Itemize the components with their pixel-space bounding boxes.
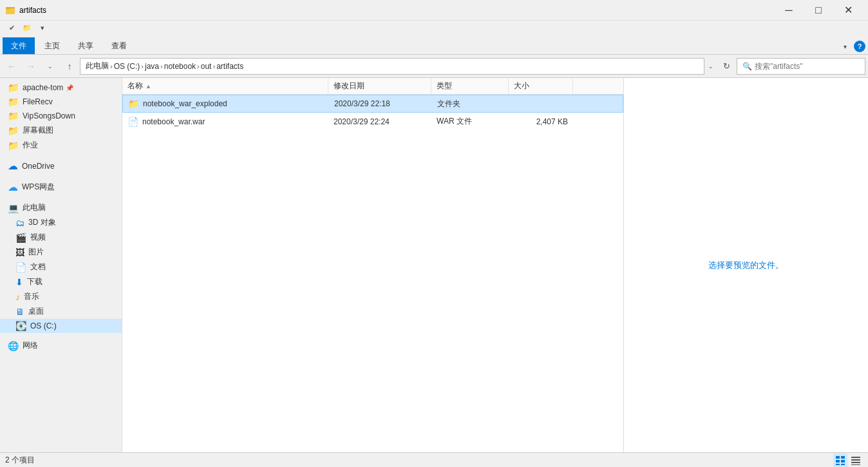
- separator3: [0, 195, 122, 200]
- col-header-type[interactable]: 类型: [431, 78, 509, 94]
- sidebar-item-osc[interactable]: 💽 OS (C:): [0, 319, 122, 333]
- table-row[interactable]: 📄 notebook_war.war 2020/3/29 22:24 WAR 文…: [122, 113, 623, 131]
- sidebar-item-downloads[interactable]: ⬇ 下载: [0, 274, 122, 289]
- svg-rect-2: [6, 7, 10, 9]
- ribbon: ✔ 📁 ▾ 文件 主页 共享 查看 ▾ ?: [0, 21, 868, 55]
- breadcrumb-java[interactable]: java: [145, 62, 159, 71]
- sidebar-label-desktop: 桌面: [28, 306, 44, 317]
- sidebar-item-desktop[interactable]: 🖥 桌面: [0, 304, 122, 319]
- back-button[interactable]: ←: [3, 57, 21, 75]
- svg-rect-8: [841, 464, 845, 465]
- tab-home[interactable]: 主页: [36, 37, 68, 54]
- refresh-button[interactable]: ↻: [717, 57, 735, 75]
- dropdown-recent-button[interactable]: ⌄: [41, 57, 59, 75]
- sidebar-item-onedrive[interactable]: ☁ OneDrive: [0, 158, 122, 174]
- sidebar-item-network[interactable]: 🌐 网络: [0, 338, 122, 353]
- file-icon: 📄: [127, 117, 138, 127]
- file-type-cell: WAR 文件: [431, 116, 509, 127]
- address-expand-button[interactable]: ⌄: [706, 58, 716, 75]
- search-box[interactable]: 🔍: [737, 58, 865, 75]
- sidebar-label-downloads: 下载: [27, 276, 42, 287]
- file-area: 名称 ▲ 修改日期 类型 大小 📁 notebook_war_exploded: [122, 78, 623, 452]
- file-date: 2020/3/29 22:24: [334, 117, 390, 126]
- folder-icon: 📁: [8, 111, 19, 121]
- search-icon: 🔍: [742, 62, 752, 71]
- quick-access-toolbar: ✔ 📁 ▾: [0, 21, 868, 35]
- file-date-cell: 2020/3/29 22:24: [328, 117, 431, 126]
- svg-rect-12: [851, 464, 860, 465]
- downloads-icon: ⬇: [15, 277, 23, 287]
- quick-access-check[interactable]: ✔: [5, 21, 18, 34]
- sidebar-item-filerecv[interactable]: 📁 FileRecv: [0, 95, 122, 109]
- tab-share[interactable]: 共享: [70, 37, 102, 54]
- svg-rect-1: [6, 8, 15, 14]
- title-bar-icon: [5, 5, 15, 15]
- desktop-icon: 🖥: [15, 307, 24, 317]
- preview-text: 选择要预览的文件。: [708, 260, 784, 271]
- sidebar-label-vipsongs: VipSongsDown: [23, 111, 75, 120]
- sidebar-item-wps[interactable]: ☁ WPS网盘: [0, 179, 122, 195]
- col-header-name[interactable]: 名称 ▲: [122, 78, 328, 94]
- ribbon-dropdown-btn[interactable]: ▾: [838, 40, 851, 53]
- sidebar: 📁 apache-tom 📌 📁 FileRecv 📁 VipSongsDown…: [0, 78, 122, 452]
- maximize-button[interactable]: □: [804, 0, 833, 21]
- sidebar-item-music[interactable]: ♪ 音乐: [0, 289, 122, 304]
- table-row[interactable]: 📁 notebook_war_exploded 2020/3/29 22:18 …: [122, 95, 623, 113]
- sidebar-label-screenshots: 屏幕截图: [23, 125, 53, 136]
- minimize-button[interactable]: ─: [774, 0, 804, 21]
- file-list: 📁 notebook_war_exploded 2020/3/29 22:18 …: [122, 95, 623, 452]
- folder-icon: 📁: [8, 126, 19, 136]
- sidebar-label-onedrive: OneDrive: [22, 162, 55, 171]
- sidebar-item-3d[interactable]: 🗂 3D 对象: [0, 215, 122, 230]
- file-date-cell: 2020/3/29 22:18: [329, 99, 432, 108]
- status-count: 2 个项目: [5, 455, 35, 466]
- tab-view[interactable]: 查看: [103, 37, 135, 54]
- search-input[interactable]: [755, 62, 860, 71]
- docs-icon: 📄: [15, 262, 26, 272]
- address-breadcrumb[interactable]: 此电脑 › OS (C:) › java › notebook › out › …: [80, 58, 704, 75]
- svg-rect-10: [851, 459, 860, 461]
- sidebar-label-pictures: 图片: [28, 247, 44, 258]
- sidebar-item-docs[interactable]: 📄 文档: [0, 260, 122, 274]
- video-icon: 🎬: [15, 233, 26, 243]
- sidebar-label-network: 网络: [23, 340, 38, 351]
- col-header-size[interactable]: 大小: [509, 78, 573, 94]
- quick-access-folder[interactable]: 📁: [21, 21, 33, 34]
- folder-icon: 📁: [8, 97, 19, 107]
- breadcrumb-artifacts[interactable]: artifacts: [216, 62, 243, 71]
- music-icon: ♪: [15, 292, 20, 302]
- sidebar-item-video[interactable]: 🎬 视频: [0, 230, 122, 245]
- file-name-cell: 📁 notebook_war_exploded: [123, 99, 329, 109]
- sidebar-label-homework: 作业: [23, 140, 38, 151]
- preview-pane: 选择要预览的文件。: [623, 78, 868, 452]
- close-button[interactable]: ✕: [833, 0, 863, 21]
- sidebar-item-thispc[interactable]: 💻 此电脑: [0, 200, 122, 215]
- forward-button[interactable]: →: [22, 57, 40, 75]
- view-list-button[interactable]: [849, 453, 863, 468]
- up-button[interactable]: ↑: [61, 57, 79, 75]
- breadcrumb-out[interactable]: out: [201, 62, 212, 71]
- sidebar-label-thispc: 此电脑: [23, 202, 46, 213]
- sidebar-item-homework[interactable]: 📁 作业: [0, 138, 122, 153]
- breadcrumb-osc[interactable]: OS (C:): [114, 62, 140, 71]
- folder-icon: 📁: [8, 82, 19, 93]
- sidebar-item-screenshots[interactable]: 📁 屏幕截图: [0, 123, 122, 138]
- sidebar-item-apache-tom[interactable]: 📁 apache-tom 📌: [0, 81, 122, 95]
- col-size-label: 大小: [514, 81, 529, 91]
- ribbon-help-btn[interactable]: ?: [854, 41, 865, 52]
- sidebar-item-pictures[interactable]: 🖼 图片: [0, 245, 122, 260]
- sidebar-item-vipsongs[interactable]: 📁 VipSongsDown: [0, 109, 122, 123]
- breadcrumb-thispc[interactable]: 此电脑: [86, 61, 109, 71]
- file-date: 2020/3/29 22:18: [334, 99, 390, 108]
- view-grid-button[interactable]: [833, 453, 847, 468]
- breadcrumb-notebook[interactable]: notebook: [164, 62, 196, 71]
- view-controls: [833, 453, 863, 468]
- file-size: 2,407 KB: [536, 117, 568, 126]
- quick-access-dropdown[interactable]: ▾: [36, 21, 49, 34]
- tab-file[interactable]: 文件: [3, 37, 35, 54]
- svg-rect-5: [836, 460, 840, 462]
- sidebar-label-wps: WPS网盘: [22, 182, 55, 193]
- onedrive-icon: ☁: [8, 160, 18, 172]
- file-type: 文件夹: [437, 99, 460, 110]
- col-header-date[interactable]: 修改日期: [328, 78, 431, 94]
